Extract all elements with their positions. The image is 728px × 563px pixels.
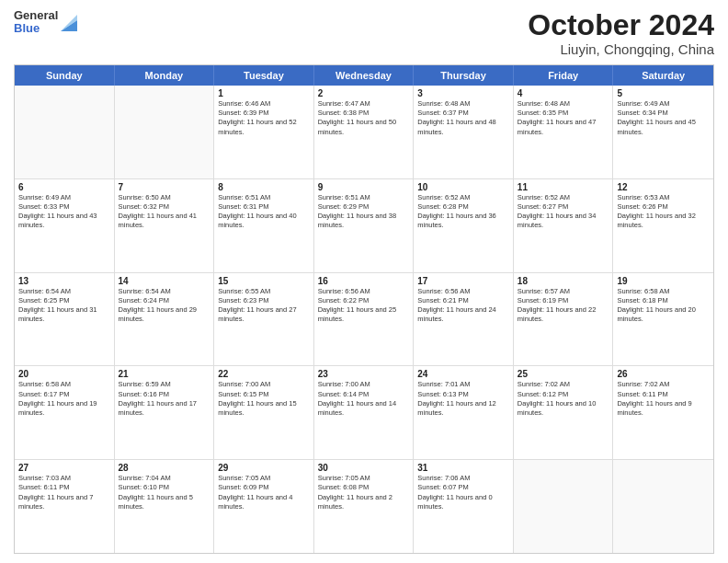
cell-info: Sunrise: 6:52 AM Sunset: 6:27 PM Dayligh… (518, 193, 609, 231)
day-number: 7 (119, 182, 210, 192)
cal-cell: 24Sunrise: 7:01 AM Sunset: 6:13 PM Dayli… (414, 366, 514, 459)
cell-info: Sunrise: 6:51 AM Sunset: 6:31 PM Dayligh… (218, 193, 310, 231)
cell-info: Sunrise: 7:02 AM Sunset: 6:11 PM Dayligh… (617, 380, 710, 418)
day-number: 2 (318, 88, 410, 98)
day-number: 20 (18, 369, 110, 379)
day-number: 16 (318, 276, 410, 286)
cell-info: Sunrise: 6:46 AM Sunset: 6:39 PM Dayligh… (218, 99, 310, 137)
cal-cell: 29Sunrise: 7:05 AM Sunset: 6:09 PM Dayli… (214, 460, 314, 553)
cal-row: 1Sunrise: 6:46 AM Sunset: 6:39 PM Daylig… (15, 86, 713, 179)
cal-header-day: Friday (514, 65, 614, 86)
day-number: 30 (318, 463, 410, 473)
cal-cell: 5Sunrise: 6:49 AM Sunset: 6:34 PM Daylig… (613, 86, 713, 178)
page-subtitle: Liuyin, Chongqing, China (528, 41, 714, 57)
day-number: 11 (518, 182, 609, 192)
day-number: 12 (617, 182, 710, 192)
calendar-header: SundayMondayTuesdayWednesdayThursdayFrid… (15, 65, 713, 86)
cell-info: Sunrise: 7:00 AM Sunset: 6:15 PM Dayligh… (218, 380, 310, 418)
cell-info: Sunrise: 7:04 AM Sunset: 6:10 PM Dayligh… (119, 474, 210, 511)
cell-info: Sunrise: 7:05 AM Sunset: 6:08 PM Dayligh… (318, 474, 410, 511)
logo-blue: Blue (14, 22, 58, 35)
day-number: 5 (617, 88, 710, 98)
day-number: 26 (617, 369, 710, 379)
day-number: 21 (119, 369, 210, 379)
cal-row: 13Sunrise: 6:54 AM Sunset: 6:25 PM Dayli… (15, 273, 713, 367)
cal-header-day: Tuesday (214, 65, 314, 86)
day-number: 8 (218, 182, 310, 192)
cal-cell: 10Sunrise: 6:52 AM Sunset: 6:28 PM Dayli… (414, 179, 514, 272)
cal-cell: 18Sunrise: 6:57 AM Sunset: 6:19 PM Dayli… (514, 273, 614, 366)
cell-info: Sunrise: 7:05 AM Sunset: 6:09 PM Dayligh… (218, 474, 310, 511)
cal-cell: 8Sunrise: 6:51 AM Sunset: 6:31 PM Daylig… (214, 179, 314, 272)
cell-info: Sunrise: 6:58 AM Sunset: 6:17 PM Dayligh… (18, 380, 110, 418)
cell-info: Sunrise: 7:02 AM Sunset: 6:12 PM Dayligh… (518, 380, 609, 418)
day-number: 4 (518, 88, 609, 98)
cell-info: Sunrise: 6:47 AM Sunset: 6:38 PM Dayligh… (318, 99, 410, 137)
cal-cell: 25Sunrise: 7:02 AM Sunset: 6:12 PM Dayli… (514, 366, 614, 459)
day-number: 3 (417, 88, 509, 98)
cell-info: Sunrise: 7:03 AM Sunset: 6:11 PM Dayligh… (18, 474, 110, 511)
cal-header-day: Monday (115, 65, 215, 86)
cell-info: Sunrise: 7:01 AM Sunset: 6:13 PM Dayligh… (417, 380, 509, 418)
day-number: 24 (417, 369, 509, 379)
cal-row: 20Sunrise: 6:58 AM Sunset: 6:17 PM Dayli… (15, 366, 713, 460)
cal-row: 6Sunrise: 6:49 AM Sunset: 6:33 PM Daylig… (15, 179, 713, 273)
cal-cell: 14Sunrise: 6:54 AM Sunset: 6:24 PM Dayli… (115, 273, 215, 366)
day-number: 10 (417, 182, 509, 192)
cal-header-day: Thursday (414, 65, 514, 86)
cell-info: Sunrise: 6:56 AM Sunset: 6:21 PM Dayligh… (417, 287, 509, 325)
cell-info: Sunrise: 6:56 AM Sunset: 6:22 PM Dayligh… (318, 287, 410, 325)
logo-text: General Blue (14, 9, 58, 36)
day-number: 14 (119, 276, 210, 286)
cal-cell: 9Sunrise: 6:51 AM Sunset: 6:29 PM Daylig… (314, 179, 415, 272)
cal-cell: 30Sunrise: 7:05 AM Sunset: 6:08 PM Dayli… (314, 460, 415, 553)
cell-info: Sunrise: 6:58 AM Sunset: 6:18 PM Dayligh… (617, 287, 710, 325)
calendar: SundayMondayTuesdayWednesdayThursdayFrid… (14, 64, 714, 554)
cal-cell: 2Sunrise: 6:47 AM Sunset: 6:38 PM Daylig… (314, 86, 415, 178)
header: General Blue October 2024 Liuyin, Chongq… (14, 9, 714, 57)
day-number: 29 (218, 463, 310, 473)
cal-cell: 1Sunrise: 6:46 AM Sunset: 6:39 PM Daylig… (214, 86, 314, 178)
cal-cell: 28Sunrise: 7:04 AM Sunset: 6:10 PM Dayli… (115, 460, 215, 553)
cal-cell: 13Sunrise: 6:54 AM Sunset: 6:25 PM Dayli… (15, 273, 115, 366)
logo-general: General (14, 9, 58, 22)
day-number: 13 (18, 276, 110, 286)
cal-cell: 31Sunrise: 7:06 AM Sunset: 6:07 PM Dayli… (414, 460, 514, 553)
day-number: 6 (18, 182, 110, 192)
cal-cell: 11Sunrise: 6:52 AM Sunset: 6:27 PM Dayli… (514, 179, 614, 272)
cal-cell: 16Sunrise: 6:56 AM Sunset: 6:22 PM Dayli… (314, 273, 415, 366)
page: General Blue October 2024 Liuyin, Chongq… (0, 0, 728, 563)
page-title: October 2024 (528, 9, 714, 41)
day-number: 25 (518, 369, 609, 379)
day-number: 23 (318, 369, 410, 379)
cell-info: Sunrise: 7:00 AM Sunset: 6:14 PM Dayligh… (318, 380, 410, 418)
cell-info: Sunrise: 6:49 AM Sunset: 6:34 PM Dayligh… (617, 99, 710, 137)
cell-info: Sunrise: 6:59 AM Sunset: 6:16 PM Dayligh… (119, 380, 210, 418)
cell-info: Sunrise: 6:51 AM Sunset: 6:29 PM Dayligh… (318, 193, 410, 231)
cell-info: Sunrise: 6:55 AM Sunset: 6:23 PM Dayligh… (218, 287, 310, 325)
cal-cell: 12Sunrise: 6:53 AM Sunset: 6:26 PM Dayli… (613, 179, 713, 272)
day-number: 22 (218, 369, 310, 379)
cell-info: Sunrise: 6:53 AM Sunset: 6:26 PM Dayligh… (617, 193, 710, 231)
cal-cell (514, 460, 614, 553)
day-number: 28 (119, 463, 210, 473)
cal-cell: 3Sunrise: 6:48 AM Sunset: 6:37 PM Daylig… (414, 86, 514, 178)
cell-info: Sunrise: 6:49 AM Sunset: 6:33 PM Dayligh… (18, 193, 110, 231)
cell-info: Sunrise: 7:06 AM Sunset: 6:07 PM Dayligh… (417, 474, 509, 511)
cal-cell: 15Sunrise: 6:55 AM Sunset: 6:23 PM Dayli… (214, 273, 314, 366)
day-number: 19 (617, 276, 710, 286)
cal-cell: 20Sunrise: 6:58 AM Sunset: 6:17 PM Dayli… (15, 366, 115, 459)
cal-cell: 6Sunrise: 6:49 AM Sunset: 6:33 PM Daylig… (15, 179, 115, 272)
cal-header-day: Sunday (15, 65, 115, 86)
title-block: October 2024 Liuyin, Chongqing, China (528, 9, 714, 57)
cal-cell: 23Sunrise: 7:00 AM Sunset: 6:14 PM Dayli… (314, 366, 415, 459)
cell-info: Sunrise: 6:57 AM Sunset: 6:19 PM Dayligh… (518, 287, 609, 325)
cal-cell: 4Sunrise: 6:48 AM Sunset: 6:35 PM Daylig… (514, 86, 614, 178)
cal-cell (15, 86, 115, 178)
cal-cell: 27Sunrise: 7:03 AM Sunset: 6:11 PM Dayli… (15, 460, 115, 553)
logo-icon (61, 11, 77, 31)
calendar-body: 1Sunrise: 6:46 AM Sunset: 6:39 PM Daylig… (15, 86, 713, 553)
cal-cell: 21Sunrise: 6:59 AM Sunset: 6:16 PM Dayli… (115, 366, 215, 459)
cell-info: Sunrise: 6:54 AM Sunset: 6:25 PM Dayligh… (18, 287, 110, 325)
cal-cell (115, 86, 215, 178)
